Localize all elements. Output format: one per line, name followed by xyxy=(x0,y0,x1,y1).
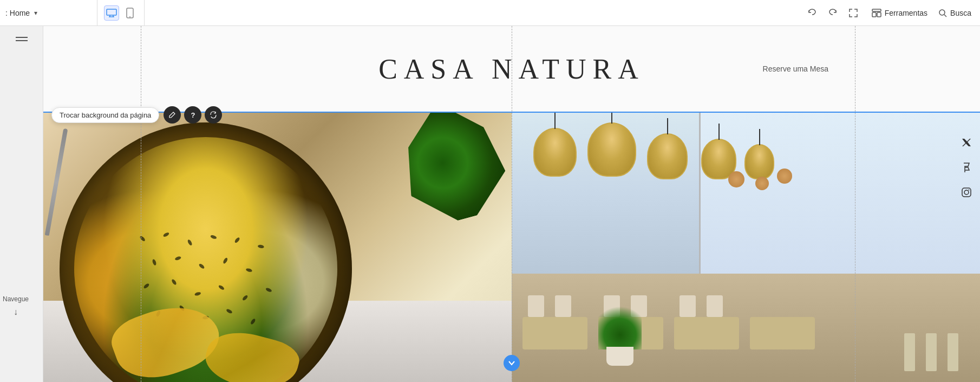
svg-point-26 xyxy=(242,294,249,301)
bar-stool-2 xyxy=(926,333,937,371)
scroll-indicator[interactable] xyxy=(504,355,520,371)
bar-stool-1 xyxy=(948,333,958,371)
desktop-view-button[interactable] xyxy=(104,5,119,21)
svg-line-10 xyxy=(944,15,946,17)
chair-2 xyxy=(555,295,571,317)
hamburger-line-1 xyxy=(16,37,28,38)
svg-point-16 xyxy=(258,244,264,249)
window-wall xyxy=(699,112,980,274)
svg-rect-33 xyxy=(962,188,971,197)
table-1 xyxy=(522,317,587,349)
chair-5 xyxy=(680,295,696,317)
svg-rect-0 xyxy=(107,9,116,15)
tooltip-edit-button[interactable] xyxy=(164,106,181,124)
guide-line-right xyxy=(855,26,855,382)
canvas-area: Navegue ↓ CASA NATURA Reserve uma Mesa T… xyxy=(0,26,980,382)
svg-point-27 xyxy=(265,287,272,293)
svg-point-13 xyxy=(187,239,193,246)
svg-point-17 xyxy=(152,258,156,266)
toolbar-right: Ferramentas Busca xyxy=(796,0,980,25)
instagram-link[interactable] xyxy=(958,184,975,200)
undo-button[interactable] xyxy=(805,5,820,21)
page-name-label[interactable]: : Home xyxy=(5,9,30,17)
restaurant-floor xyxy=(512,274,980,382)
svg-point-21 xyxy=(246,268,253,273)
tools-button[interactable]: Ferramentas xyxy=(872,9,927,17)
restaurant-image[interactable] xyxy=(512,112,980,382)
plant-pot xyxy=(606,347,633,366)
tooltip-rotate-button[interactable] xyxy=(205,106,222,124)
tooltip-container: Trocar background da página ? xyxy=(51,106,222,124)
food-bowl-container xyxy=(60,122,374,382)
bowl-body xyxy=(60,122,352,382)
guide-line-mid xyxy=(512,26,512,382)
toolbar: : Home ▾ xyxy=(0,0,980,26)
svg-point-25 xyxy=(218,284,225,290)
hanging-lamp-3 xyxy=(647,133,688,179)
hanging-lamp-5 xyxy=(744,144,774,179)
tooltip-actions: ? xyxy=(164,106,222,124)
help-icon: ? xyxy=(191,111,195,119)
svg-point-31 xyxy=(226,308,233,314)
dropdown-icon[interactable]: ▾ xyxy=(34,9,37,17)
food-image[interactable] xyxy=(43,112,512,382)
plant-leaves xyxy=(598,301,642,349)
svg-point-22 xyxy=(143,283,150,289)
svg-rect-6 xyxy=(872,9,881,11)
svg-point-15 xyxy=(234,237,240,244)
expand-button[interactable] xyxy=(846,5,861,21)
svg-point-24 xyxy=(194,292,201,296)
tooltip-text: Trocar background da página xyxy=(60,111,151,119)
hamburger-line-2 xyxy=(16,40,28,41)
toolbar-left: : Home ▾ xyxy=(0,0,97,25)
redo-button[interactable] xyxy=(825,5,840,21)
cutlery xyxy=(45,128,68,236)
tooltip-bubble: Trocar background da página xyxy=(51,107,159,123)
navigate-arrow-icon: ↓ xyxy=(14,307,18,317)
tooltip-help-button[interactable]: ? xyxy=(184,106,201,124)
bar-stool-3 xyxy=(904,333,915,371)
guide-line-left xyxy=(141,26,141,382)
search-button[interactable]: Busca xyxy=(938,9,971,17)
tools-label: Ferramentas xyxy=(885,9,927,17)
food-contents xyxy=(74,137,337,382)
restaurant-plant xyxy=(598,301,642,366)
hanging-lamp-1 xyxy=(533,128,577,177)
search-label: Busca xyxy=(950,9,971,17)
svg-point-32 xyxy=(250,318,256,325)
svg-point-34 xyxy=(964,190,969,195)
device-icons-group xyxy=(97,0,145,25)
table-4 xyxy=(750,317,815,349)
svg-point-20 xyxy=(223,257,228,264)
svg-point-9 xyxy=(939,10,945,15)
hanging-lamp-2 xyxy=(587,122,636,177)
navigate-label: Navegue ↓ xyxy=(3,295,29,317)
round-lamp-3 xyxy=(777,169,792,184)
svg-point-35 xyxy=(969,190,970,191)
left-sidebar: Navegue ↓ xyxy=(0,26,43,382)
svg-rect-7 xyxy=(872,12,876,17)
page-content: CASA NATURA Reserve uma Mesa Trocar back… xyxy=(43,26,980,382)
twitter-link[interactable] xyxy=(958,134,975,151)
leaf-decoration xyxy=(390,112,512,231)
round-lamp-2 xyxy=(755,177,769,190)
svg-point-18 xyxy=(174,256,181,261)
svg-point-19 xyxy=(198,263,205,269)
chair-1 xyxy=(528,295,544,317)
chair-6 xyxy=(707,295,723,317)
table-3 xyxy=(674,317,739,349)
round-lamp-1 xyxy=(728,171,744,187)
svg-point-23 xyxy=(171,279,177,286)
mobile-view-button[interactable] xyxy=(122,5,138,21)
navigate-text: Navegue xyxy=(3,295,29,303)
foursquare-link[interactable] xyxy=(958,159,975,176)
svg-point-14 xyxy=(210,234,217,239)
hamburger-menu-button[interactable] xyxy=(16,37,28,41)
svg-point-12 xyxy=(163,231,170,237)
right-social-sidebar xyxy=(953,134,980,200)
svg-point-5 xyxy=(129,16,130,17)
svg-rect-8 xyxy=(877,12,881,17)
reserve-button[interactable]: Reserve uma Mesa xyxy=(763,64,828,73)
history-icons xyxy=(805,5,861,21)
